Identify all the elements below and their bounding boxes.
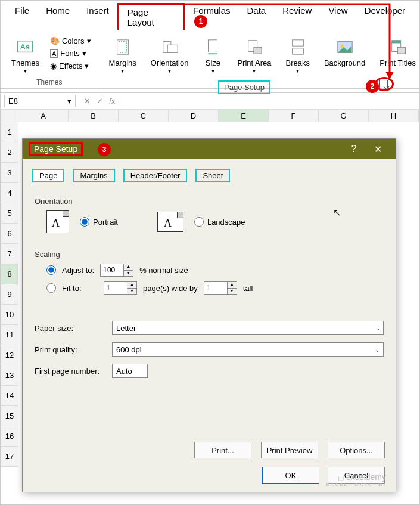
colors-button[interactable]: 🎨Colors▾ xyxy=(49,36,92,46)
menu-page-layout[interactable]: Page Layout xyxy=(117,3,185,30)
svg-rect-14 xyxy=(391,41,400,44)
print-area-icon xyxy=(244,37,265,57)
column-header[interactable]: A xyxy=(18,109,69,122)
themes-button[interactable]: Aa Themes ▾ xyxy=(7,36,44,75)
column-header[interactable]: C xyxy=(119,109,169,122)
tab-sheet[interactable]: Sheet xyxy=(195,169,230,182)
paper-size-select[interactable]: Letter⌵ xyxy=(112,321,384,335)
landscape-icon: A xyxy=(157,212,183,232)
row-header[interactable]: 4 xyxy=(1,183,18,203)
menu-view[interactable]: View xyxy=(320,3,356,30)
landscape-radio[interactable] xyxy=(194,217,204,227)
dialog-title: Page Setup xyxy=(29,142,83,156)
portrait-icon: A xyxy=(46,210,69,233)
print-quality-select[interactable]: 600 dpi⌵ xyxy=(112,342,384,357)
background-icon xyxy=(335,37,355,57)
breaks-icon xyxy=(288,37,308,57)
margins-icon xyxy=(113,37,133,57)
menu-formulas[interactable]: Formulas xyxy=(185,3,239,30)
watermark: ▢ exceldemy EXCEL · DATA · BI xyxy=(326,472,386,487)
fit-wide-input[interactable] xyxy=(104,282,127,294)
adjust-to-radio[interactable] xyxy=(46,265,56,275)
tab-header-footer[interactable]: Header/Footer xyxy=(123,169,188,182)
row-header[interactable]: 12 xyxy=(1,345,18,365)
fit-tall-input[interactable] xyxy=(204,282,227,294)
name-box[interactable]: E8▾ xyxy=(4,95,76,107)
column-header[interactable]: B xyxy=(69,109,119,122)
row-header[interactable]: 17 xyxy=(1,447,18,467)
effects-button[interactable]: ◉Effects▾ xyxy=(49,61,92,71)
effects-icon: ◉ xyxy=(50,61,57,70)
portrait-label: Portrait xyxy=(93,218,118,227)
first-page-label: First page number: xyxy=(35,367,112,376)
fit-to-radio[interactable] xyxy=(46,283,56,293)
row-header[interactable]: 2 xyxy=(1,142,18,163)
row-header[interactable]: 6 xyxy=(1,224,18,244)
adjust-spinner[interactable]: ▲▼ xyxy=(100,264,133,277)
fit-tall-spinner[interactable]: ▲▼ xyxy=(204,281,237,295)
spin-down-icon[interactable]: ▼ xyxy=(124,271,133,277)
fit-to-label: Fit to: xyxy=(62,284,98,293)
ribbon: Aa Themes ▾ 🎨Colors▾ AFonts▾ ◉Effects▾ T… xyxy=(1,31,419,89)
menu-insert[interactable]: Insert xyxy=(78,3,117,30)
column-header[interactable]: D xyxy=(169,109,219,122)
dialog-close-button[interactable]: ✕ xyxy=(366,144,390,155)
row-header[interactable]: 1 xyxy=(1,122,18,142)
cancel-formula-icon[interactable]: ✕ xyxy=(84,97,91,106)
tab-page[interactable]: Page xyxy=(32,169,64,182)
adjust-value-input[interactable] xyxy=(101,264,123,276)
breaks-button[interactable]: Breaks▾ xyxy=(281,36,314,75)
formula-bar[interactable] xyxy=(120,93,419,109)
menu-home[interactable]: Home xyxy=(38,3,78,30)
menu-developer[interactable]: Developer xyxy=(356,3,413,30)
row-header[interactable]: 9 xyxy=(1,284,18,305)
select-all-corner[interactable] xyxy=(1,109,18,122)
svg-point-12 xyxy=(340,44,344,48)
enter-formula-icon[interactable]: ✓ xyxy=(97,97,103,106)
ribbon-group-themes: Aa Themes ▾ 🎨Colors▾ AFonts▾ ◉Effects▾ T… xyxy=(7,36,92,88)
callout-badge-2: 2 xyxy=(366,80,379,93)
dialog-launcher-icon[interactable] xyxy=(379,80,388,88)
dialog-help-button[interactable]: ? xyxy=(342,144,366,154)
column-header[interactable]: H xyxy=(369,109,419,122)
print-area-button[interactable]: Print Area▾ xyxy=(232,36,276,75)
row-header[interactable]: 7 xyxy=(1,244,18,264)
print-preview-button[interactable]: Print Preview xyxy=(261,442,318,458)
menu-review[interactable]: Review xyxy=(274,3,320,30)
row-header[interactable]: 11 xyxy=(1,325,18,345)
first-page-input[interactable] xyxy=(112,364,148,378)
orientation-button[interactable]: Orientation▾ xyxy=(146,36,194,75)
tab-margins[interactable]: Margins xyxy=(73,169,114,182)
column-header[interactable]: F xyxy=(269,109,319,122)
background-button[interactable]: Background xyxy=(319,36,370,75)
adjust-to-label: Adjust to: xyxy=(62,266,94,275)
fit-wide-spinner[interactable]: ▲▼ xyxy=(104,281,137,295)
menu-file[interactable]: File xyxy=(7,3,38,30)
fonts-icon: A xyxy=(50,49,58,58)
spin-up-icon[interactable]: ▲ xyxy=(124,264,133,271)
svg-rect-5 xyxy=(167,45,178,52)
themes-icon: Aa xyxy=(15,37,35,57)
size-button[interactable]: Size▾ xyxy=(198,36,228,75)
svg-rect-15 xyxy=(397,47,405,54)
row-header[interactable]: 5 xyxy=(1,203,18,224)
row-header[interactable]: 15 xyxy=(1,406,18,426)
ok-button[interactable]: OK xyxy=(262,467,319,484)
fx-icon[interactable]: fx xyxy=(109,97,115,106)
row-header[interactable]: 14 xyxy=(1,386,18,406)
print-button[interactable]: Print... xyxy=(194,442,251,458)
row-header[interactable]: 3 xyxy=(1,163,18,183)
column-header[interactable]: E xyxy=(219,109,269,122)
margins-button[interactable]: Margins▾ xyxy=(104,36,141,75)
fonts-button[interactable]: AFonts▾ xyxy=(49,48,92,58)
row-header[interactable]: 13 xyxy=(1,365,18,386)
row-header[interactable]: 10 xyxy=(1,305,18,325)
column-header[interactable]: G xyxy=(319,109,369,122)
row-header[interactable]: 16 xyxy=(1,426,18,447)
options-button[interactable]: Options... xyxy=(328,442,385,458)
portrait-radio[interactable] xyxy=(80,217,89,227)
page-setup-dialog: Page Setup 3 ? ✕ Page Margins Header/Foo… xyxy=(22,138,396,492)
menu-data[interactable]: Data xyxy=(239,3,275,30)
row-header[interactable]: 8 xyxy=(1,264,18,284)
print-titles-button[interactable]: Print Titles xyxy=(375,36,420,75)
